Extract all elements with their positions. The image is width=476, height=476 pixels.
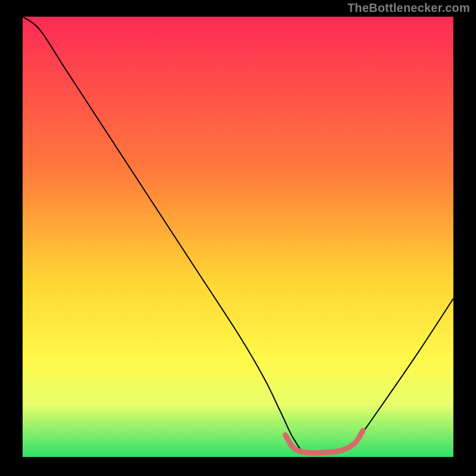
plot-area (23, 17, 453, 457)
attribution-text: TheBottlenecker.com (347, 1, 470, 15)
chart-svg (23, 17, 453, 457)
gradient-background (23, 17, 453, 457)
chart-root: TheBottlenecker.com (0, 0, 476, 476)
